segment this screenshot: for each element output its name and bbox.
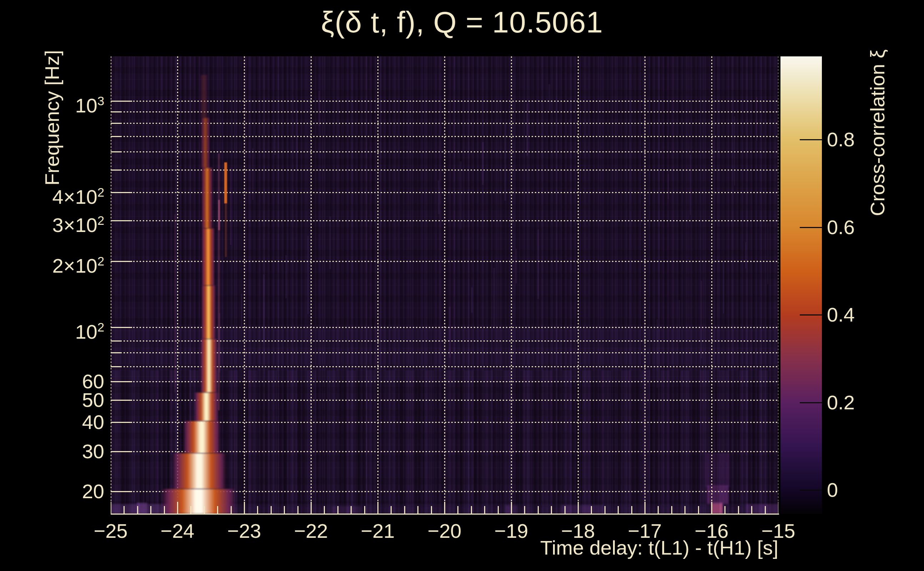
y-axis-tick [111,123,121,124]
y-axis-tick [111,491,132,492]
x-axis-tick [217,506,218,514]
x-axis-tick [738,506,739,514]
x-axis-tick [685,506,686,514]
x-axis-tick [257,506,258,514]
x-axis-line [111,514,779,515]
x-axis-tick [618,506,619,514]
y-axis-tick [111,261,132,262]
chirp-feature-segment [161,489,236,514]
x-axis-tick [377,502,379,514]
x-axis-tick [284,506,285,514]
y-axis-tick [111,151,121,153]
x-axis-tick [671,506,672,514]
x-axis-tick [150,506,151,514]
colorbar-tick-label: 0.8 [827,129,898,150]
y-axis-tick [111,341,121,341]
x-axis-tick [751,506,752,514]
x-axis-tick [471,506,472,514]
y-tick-label: 2×102 [0,250,104,276]
x-tick-label: −16 [683,520,740,542]
y-axis-tick [111,192,132,193]
chirp-feature-segment [202,228,215,286]
y-axis-tick [111,422,132,423]
x-axis-tick [137,506,138,514]
x-axis-tick [364,506,365,514]
y-tick-label-base: 4×10 [53,185,97,208]
x-axis-tick [297,506,298,514]
colorbar-tick-label: 0.6 [827,217,898,238]
y-tick-label: 3×102 [0,210,104,236]
x-axis-tick [778,502,778,514]
x-axis-tick [177,502,178,514]
y-tick-label: 4×102 [0,182,104,208]
x-tick-label: −24 [149,520,206,542]
x-tick-label: −15 [750,520,807,542]
x-tick-label: −21 [349,520,406,542]
colorbar-tick-label: 0 [827,479,898,501]
y-axis-tick [111,100,132,102]
y-axis-tick [111,366,121,367]
y-axis-tick [111,111,121,113]
x-tick-label: −17 [616,520,674,542]
y-tick-label-base: 10 [75,321,97,343]
y-tick-label-base: 30 [82,440,104,463]
x-axis-tick [711,502,712,514]
y-axis-title: Frequency [Hz] [40,49,62,187]
secondary-streak [218,200,220,230]
y-tick-label-exponent: 2 [97,214,104,227]
heatmap-plot-area [111,56,778,514]
x-axis-tick [311,502,312,514]
x-axis-tick [244,502,245,514]
y-tick-label-base: 20 [82,480,104,503]
colorbar-tick [800,227,822,228]
x-axis-tick [564,506,566,514]
y-axis-tick [111,327,132,328]
x-axis-tick [578,502,579,514]
x-axis-tick [524,506,525,514]
secondary-streak [174,214,176,393]
x-axis-tick [204,506,205,514]
secondary-streak [224,162,227,204]
y-axis-tick [111,451,132,452]
chirp-feature-segment [200,75,207,118]
chirp-feature-segment [194,393,218,421]
colorbar-tick [800,139,822,140]
x-axis-tick [631,506,632,514]
colorbar-tick [800,402,822,403]
chirp-feature-segment [201,118,210,168]
y-tick-label-exponent: 2 [97,321,104,334]
colorbar-gradient [780,56,822,514]
y-axis-tick [111,400,132,401]
x-axis-tick [725,506,726,514]
y-axis-tick [111,381,132,382]
y-tick-label-exponent: 2 [97,255,104,268]
chirp-feature-segment [183,421,220,453]
x-axis-tick [164,506,165,514]
y-axis-tick [111,220,132,221]
chirp-feature-segment [172,453,226,489]
x-axis-tick [604,506,606,514]
x-tick-label: −25 [82,520,139,542]
x-axis-tick [658,506,659,514]
x-axis-tick [270,506,272,514]
x-axis-tick [484,506,485,514]
colorbar-tick-label: 0.4 [827,304,898,326]
x-axis-tick [698,506,699,514]
x-axis-tick [417,506,419,514]
x-tick-label: −20 [416,520,473,542]
secondary-streak [225,204,227,257]
x-axis-tick [644,502,646,514]
x-tick-label: −19 [483,520,540,542]
y-tick-label-exponent: 3 [97,94,104,108]
y-axis-tick [111,170,121,171]
chart-title: ξ(δ t, f), Q = 10.5061 [0,5,924,40]
y-tick-label: 20 [0,481,104,502]
colorbar-tick [800,490,822,491]
y-tick-label: 102 [0,316,104,343]
x-axis-tick [337,506,338,514]
chirp-feature-segment [201,286,216,339]
y-tick-label: 103 [0,90,104,116]
x-axis-tick [431,506,432,514]
colorbar-tick-label: 0.2 [827,392,898,413]
y-tick-label: 50 [0,389,104,411]
